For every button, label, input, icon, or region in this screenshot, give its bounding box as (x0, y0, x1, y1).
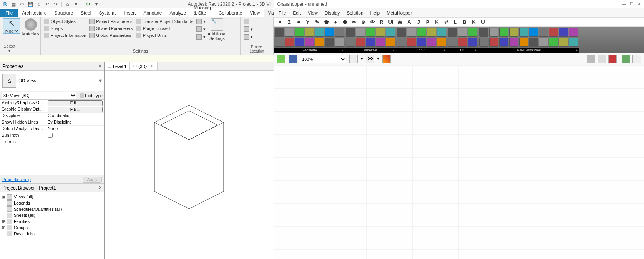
gumball-icon[interactable] (622, 55, 630, 63)
sketch-icon[interactable] (382, 55, 391, 63)
prop-row[interactable]: Show Hidden LinesBy Discipline (0, 119, 104, 126)
component-button[interactable] (325, 38, 334, 47)
component-button[interactable] (407, 28, 416, 37)
dropdown-icon[interactable]: ▾ (99, 77, 102, 84)
component-button[interactable] (437, 28, 446, 37)
tree-item[interactable]: Revit Links (2, 231, 103, 237)
component-button[interactable] (275, 38, 284, 47)
redo-icon[interactable]: ↷ (52, 1, 59, 8)
component-button[interactable] (397, 28, 406, 37)
component-button[interactable] (376, 28, 385, 37)
component-button[interactable] (468, 38, 477, 47)
prop-value[interactable]: Edit... (46, 106, 104, 112)
component-button[interactable] (325, 28, 334, 37)
minimize-icon[interactable]: — (622, 2, 626, 7)
tab-analyze[interactable]: Analyze (166, 9, 190, 17)
edit-cell-button[interactable]: Edit... (48, 100, 103, 106)
component-button[interactable] (569, 28, 578, 37)
mini-button[interactable]: ▾ (196, 34, 206, 40)
component-button[interactable] (386, 38, 395, 47)
file-tab[interactable]: File (0, 9, 18, 17)
expand-icon[interactable]: ⊞ (2, 219, 5, 224)
tree-item[interactable]: ⊞Groups (2, 224, 103, 231)
component-button[interactable] (417, 28, 426, 37)
prop-value[interactable]: By Discipline (46, 119, 104, 125)
component-button[interactable] (458, 28, 467, 37)
prop-row[interactable]: Extents (0, 139, 104, 145)
tree-item[interactable]: Sheets (all) (2, 212, 103, 218)
project-units-button[interactable]: Project Units (136, 32, 193, 38)
component-button[interactable] (458, 38, 467, 47)
select-label[interactable]: Select ▾ (3, 43, 16, 53)
preview-icon[interactable]: 👁 (366, 55, 374, 63)
shortcut-icon[interactable]: ✎ (314, 19, 320, 25)
shortcut-icon[interactable]: ⬣ (342, 19, 348, 25)
mini-button[interactable]: ▾ (196, 18, 206, 25)
wireframe-icon[interactable] (598, 55, 606, 63)
component-button[interactable] (479, 38, 488, 47)
component-button[interactable] (448, 28, 457, 37)
shortcut-icon[interactable]: ⇄ (443, 19, 449, 25)
prop-row[interactable]: DisciplineCoordination (0, 113, 104, 119)
script-icon[interactable]: ⚙ (85, 1, 91, 8)
type-selector[interactable]: 3D View: {3D} (2, 92, 76, 99)
mini-button[interactable]: ▾ (196, 26, 206, 32)
component-button[interactable] (549, 38, 558, 47)
shortcut-icon[interactable]: Ui (388, 19, 394, 25)
component-button[interactable] (427, 28, 436, 37)
component-button[interactable] (499, 38, 508, 47)
component-button[interactable] (346, 28, 355, 37)
undo-icon[interactable]: ↶ (44, 1, 51, 8)
menu-help[interactable]: Help (370, 10, 380, 16)
apply-button[interactable]: Apply (83, 177, 102, 183)
component-button[interactable] (569, 38, 578, 47)
shortcut-icon[interactable]: ⬟ (323, 19, 329, 25)
prop-value[interactable] (46, 132, 104, 139)
snaps-button[interactable]: Snaps (44, 25, 86, 31)
menu-display[interactable]: Display (325, 10, 340, 16)
tree-item[interactable]: Legends (2, 200, 103, 206)
prop-row[interactable]: Default Analysis Disp...None (0, 126, 104, 132)
tab-structure[interactable]: Structure (50, 9, 77, 17)
group-label[interactable]: Geometry (274, 48, 345, 53)
component-button[interactable] (335, 28, 344, 37)
view-tab-3d[interactable]: ⬚ {3D} ✕ (130, 62, 157, 70)
component-button[interactable] (509, 28, 518, 37)
dropdown-icon[interactable]: ▾ (361, 57, 363, 61)
tab-architecture[interactable]: Architecture (18, 9, 50, 17)
gh-canvas[interactable] (274, 65, 644, 259)
location-button[interactable] (244, 18, 249, 25)
shortcut-icon[interactable]: K (434, 19, 440, 25)
component-button[interactable] (386, 28, 395, 37)
component-button[interactable] (407, 38, 416, 47)
component-button[interactable] (489, 28, 498, 37)
component-button[interactable] (366, 28, 375, 37)
shortcut-icon[interactable]: ✶ (295, 19, 302, 25)
shortcut-icon[interactable]: R (378, 19, 385, 25)
component-button[interactable] (549, 28, 558, 37)
shortcut-icon[interactable]: U (480, 19, 486, 25)
component-button[interactable] (275, 28, 284, 37)
dropdown-icon[interactable]: ▾ (73, 1, 80, 8)
zoom-fit-icon[interactable]: ⛶ (349, 55, 358, 63)
shortcut-icon[interactable]: ✂ (351, 19, 357, 25)
shortcut-icon[interactable]: K (471, 19, 477, 25)
component-button[interactable] (519, 28, 528, 37)
close-tab-icon[interactable]: ✕ (151, 64, 154, 69)
shortcut-icon[interactable]: P (425, 19, 431, 25)
component-button[interactable] (529, 38, 538, 47)
save-icon[interactable]: 💾 (27, 1, 34, 8)
prop-row[interactable]: Graphic Display Opti...Edit... (0, 106, 104, 113)
position-button[interactable]: ▾ (244, 34, 253, 40)
prop-value[interactable]: Coordination (46, 113, 104, 119)
component-button[interactable] (519, 38, 528, 47)
component-button[interactable] (356, 38, 365, 47)
group-label[interactable]: Util (447, 48, 478, 53)
prop-value[interactable] (46, 139, 104, 145)
object-styles-button[interactable]: Object Styles (44, 18, 86, 25)
properties-header[interactable]: ⌂ 3D View ▾ (0, 71, 104, 91)
additional-settings-button[interactable]: 🔧 Additional Settings (209, 18, 226, 48)
shortcut-icon[interactable]: Σ (286, 19, 292, 25)
tree-item[interactable]: ⊞Families (2, 218, 103, 224)
materials-button[interactable]: Materials (22, 18, 39, 36)
